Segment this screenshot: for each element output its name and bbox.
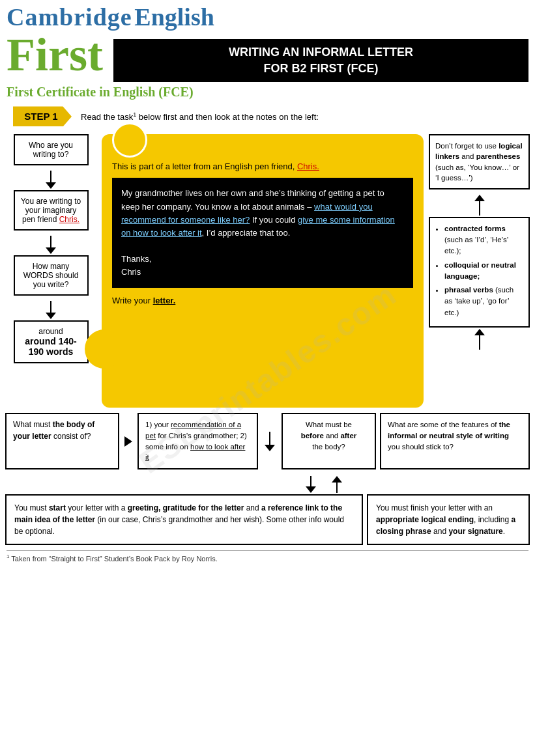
left-box-who: Who are you writing to? — [14, 134, 89, 165]
left-box-chris: You are writing to your imaginary pen fr… — [14, 190, 89, 231]
bottom-boxes-row: What must the body of your letter consis… — [5, 413, 530, 469]
step-label: STEP 1 — [13, 106, 72, 126]
bottom-box-body-answer: 1) your recommendation of a pet for Chri… — [137, 413, 258, 469]
arrow-up-after — [332, 476, 342, 493]
write-instruction: Write your letter. — [112, 296, 413, 305]
very-bottom-row: You must start your letter with a greeti… — [5, 494, 530, 545]
arrow-right-1 — [124, 413, 132, 469]
header-first: First — [7, 31, 103, 78]
header-cambridge-english: Cambridge English — [7, 3, 214, 31]
right-box-top: Don’t forget to use logical linkers and … — [429, 134, 530, 189]
right-box-bottom: contracted forms (such as ‘I’d’, ‘He’s’ … — [429, 217, 530, 328]
arrow-down-mid — [265, 432, 275, 451]
main-area: Who are you writing to? You are writing … — [0, 134, 535, 408]
yellow-circle-top — [112, 122, 147, 158]
vb-left-start: You must start your letter with a greeti… — [5, 494, 363, 545]
left-box-word-count: around around 140-190 words — [14, 320, 89, 363]
fce-subtitle: First Certificate in English (FCE) — [0, 82, 535, 101]
bottom-box-style-question: What are some of the features of the inf… — [380, 413, 530, 469]
arrow-up-2 — [429, 329, 530, 350]
arrow-down-3 — [46, 301, 56, 319]
left-column: Who are you writing to? You are writing … — [5, 134, 96, 408]
arrow-down-1 — [46, 171, 56, 189]
letter-intro: This is part of a letter from an English… — [112, 161, 413, 171]
vb-right-finish: You must finish your letter with an appr… — [367, 494, 530, 545]
left-box-words: How many WORDS should you write? — [14, 255, 89, 296]
yellow-circle-left — [85, 329, 124, 369]
arrow-up-1 — [429, 195, 530, 216]
bottom-section: What must the body of your letter consis… — [0, 413, 535, 545]
arrow-down-before — [306, 476, 316, 493]
bottom-box-before-after: What must be before and after the body? — [282, 413, 376, 469]
bottom-box-body-question: What must the body of your letter consis… — [5, 413, 119, 469]
right-column: Don’t forget to use logical linkers and … — [429, 134, 530, 408]
step-banner: STEP 1 Read the task1 below first and th… — [7, 104, 528, 129]
arrow-down-2 — [46, 236, 56, 254]
center-column: This is part of a letter from an English… — [96, 134, 429, 408]
footnote: 1 Taken from “Straight to First” Student… — [7, 550, 528, 563]
letter-body: My grandmother lives on her own and she’… — [112, 178, 413, 288]
step-instruction: Read the task1 below first and then look… — [81, 111, 319, 122]
yellow-card: This is part of a letter from an English… — [102, 134, 424, 408]
header-title: WRITING AN INFORMAL LETTER FOR B2 FIRST … — [113, 39, 528, 82]
